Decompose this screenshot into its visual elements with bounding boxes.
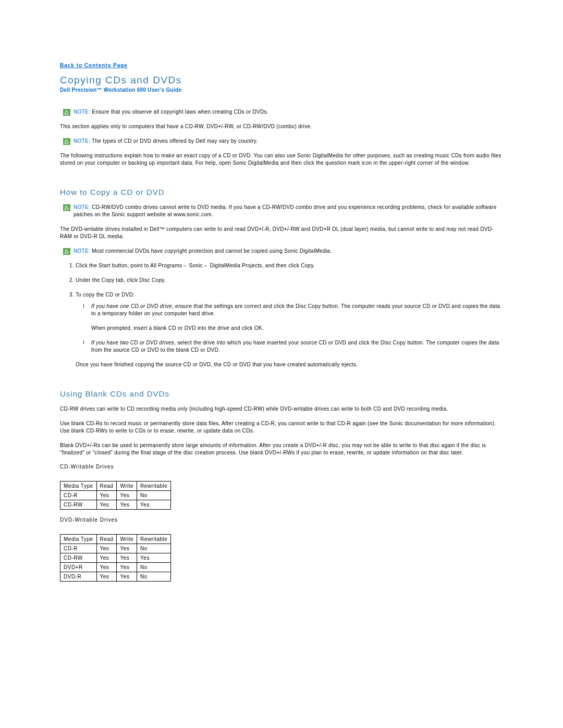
col-read: Read [96,482,117,491]
note-vary-by-country: NOTE: The types of CD or DVD drives offe… [60,138,503,145]
col-write: Write [117,535,137,544]
section-heading-blank-media: Using Blank CDs and DVDs [60,389,503,398]
blank-para-2: Use blank CD-Rs to record music or perma… [60,420,503,435]
col-rewritable: Rewritable [137,535,171,544]
cell-media: CD-RW [60,500,97,510]
back-to-contents-link[interactable]: Back to Contents Page [60,63,128,68]
table-row: DVD+R Yes Yes No [60,563,171,572]
intro-paragraph-applies: This section applies only to computers t… [60,123,503,130]
step-3b: If you have two CD or DVD drives, select… [91,339,503,354]
cell-write: Yes [117,491,137,500]
table-row: CD-R Yes Yes No [60,544,171,553]
cell-write: Yes [117,553,137,563]
note-label: NOTE: [74,204,90,210]
note-commercial-dvds: NOTE: Most commercial DVDs have copyrigh… [60,248,503,255]
cell-read: Yes [96,553,117,563]
cell-rewritable: Yes [137,500,171,510]
step-3b-em: If you have two CD or DVD drives [91,340,174,346]
cell-media: CD-R [60,544,97,553]
cell-media: CD-R [60,491,97,500]
dvd-writable-table: Media Type Read Write Rewritable CD-R Ye… [60,534,171,582]
step-3a-prompt: When prompted, insert a blank CD or DVD … [91,325,264,331]
note-icon [63,109,70,116]
step-3: To copy the CD or DVD: If you have one C… [76,291,503,354]
copy-steps-list: Click the Start button, point to All Pro… [60,262,503,354]
table-row: CD-RW Yes Yes Yes [60,553,171,563]
note-text: NOTE: The types of CD or DVD drives offe… [74,138,503,145]
svg-rect-4 [63,204,70,211]
note-text: NOTE: CD-RW/DVD combo drives cannot writ… [74,204,503,218]
table-row: DVD-R Yes Yes No [60,572,171,582]
note-icon [63,204,70,211]
note-body: Most commercial DVDs have copyright prot… [92,248,332,254]
cell-write: Yes [117,563,137,572]
cell-rewritable: No [137,563,171,572]
note-text: NOTE: Ensure that you observe all copyri… [74,108,503,116]
intro-paragraph-instructions: The following instructions explain how t… [60,152,503,167]
cell-media: DVD-R [60,572,97,582]
note-combo-drive: NOTE: CD-RW/DVD combo drives cannot writ… [60,204,503,218]
cell-rewritable: Yes [137,553,171,563]
svg-rect-2 [63,138,70,145]
col-media-type: Media Type [60,482,97,491]
step-3a: If you have one CD or DVD drive, ensure … [91,303,503,332]
note-text: NOTE: Most commercial DVDs have copyrigh… [74,248,503,255]
cell-read: Yes [96,500,117,510]
cell-rewritable: No [137,544,171,553]
note-body: Ensure that you observe all copyright la… [92,109,268,115]
step-3-text: To copy the CD or DVD: [76,292,134,298]
cell-read: Yes [96,563,117,572]
note-icon [63,248,70,255]
table-header-row: Media Type Read Write Rewritable [60,482,171,491]
cell-media: CD-RW [60,553,97,563]
note-label: NOTE: [74,109,90,115]
dvd-writable-paragraph: The DVD-writable drives installed in Del… [60,226,503,240]
table-row: CD-R Yes Yes No [60,491,171,500]
step-3-sublist: If you have one CD or DVD drive, ensure … [76,303,503,354]
step-2: Under the Copy tab, click Disc Copy. [76,277,503,284]
blank-para-1: CD-RW drives can write to CD recording m… [60,405,503,413]
cell-write: Yes [117,544,137,553]
blank-para-3: Blank DVD+/-Rs can be used to permanentl… [60,442,503,456]
page-subtitle: Dell Precision™ Workstation 690 User's G… [60,87,503,93]
col-media-type: Media Type [60,535,97,544]
cell-read: Yes [96,544,117,553]
step-3a-em: If you have one CD or DVD drive [91,303,172,309]
page-title: Copying CDs and DVDs [60,75,503,86]
svg-rect-6 [63,248,70,255]
col-rewritable: Rewritable [137,482,171,491]
section-heading-how-to-copy: How to Copy a CD or DVD [60,188,503,196]
copy-finished-paragraph: Once you have finished copying the sourc… [60,361,503,368]
note-body: CD-RW/DVD combo drives cannot write to D… [74,204,497,217]
cell-write: Yes [117,572,137,582]
cell-read: Yes [96,491,117,500]
col-read: Read [96,535,117,544]
dvd-table-heading: DVD-Writable Drives [60,517,503,523]
cell-rewritable: No [137,572,171,582]
table-header-row: Media Type Read Write Rewritable [60,535,171,544]
cell-media: DVD+R [60,563,97,572]
note-label: NOTE: [74,248,90,254]
note-body: The types of CD or DVD drives offered by… [92,138,258,144]
note-copyright: NOTE: Ensure that you observe all copyri… [60,108,503,116]
svg-rect-0 [63,109,70,116]
cd-table-heading: CD-Writable Drives [60,464,503,470]
cd-writable-table: Media Type Read Write Rewritable CD-R Ye… [60,481,171,510]
table-row: CD-RW Yes Yes Yes [60,500,171,510]
cell-read: Yes [96,572,117,582]
step-1: Click the Start button, point to All Pro… [76,262,503,269]
cell-write: Yes [117,500,137,510]
note-label: NOTE: [74,138,90,144]
note-icon [63,138,70,145]
col-write: Write [117,482,137,491]
cell-rewritable: No [137,491,171,500]
